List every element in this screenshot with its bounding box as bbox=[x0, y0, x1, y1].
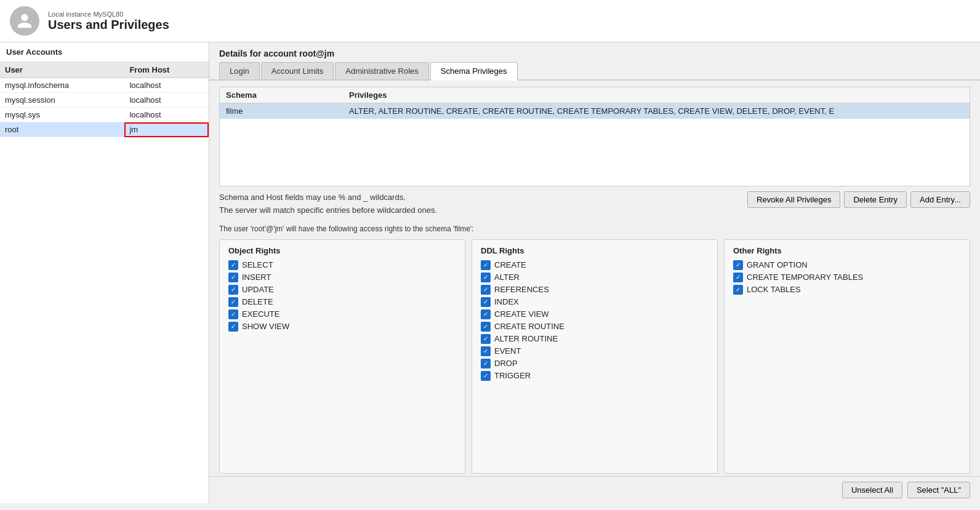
ddl-rights-items: ✓CREATE✓ALTER✓REFERENCES✓INDEX✓CREATE VI… bbox=[481, 260, 709, 381]
tab-schema[interactable]: Schema Privileges bbox=[430, 62, 518, 81]
user-table-row[interactable]: mysql.infoschemalocalhost bbox=[0, 78, 209, 93]
instance-label: Local instance MySQL80 bbox=[48, 10, 169, 18]
checkbox-label: SELECT bbox=[242, 260, 273, 269]
panel-header: Details for account root@jm bbox=[209, 42, 980, 58]
content-panel: Details for account root@jm LoginAccount… bbox=[209, 42, 980, 503]
checkbox-label: EVENT bbox=[494, 346, 521, 356]
checkbox-label: CREATE ROUTINE bbox=[494, 322, 564, 331]
checkbox-item[interactable]: ✓CREATE TEMPORARY TABLES bbox=[733, 273, 961, 282]
tab-admin[interactable]: Administrative Roles bbox=[335, 62, 429, 79]
checkbox-item[interactable]: ✓GRANT OPTION bbox=[733, 260, 961, 270]
object-rights-items: ✓SELECT✓INSERT✓UPDATE✓DELETE✓EXECUTE✓SHO… bbox=[228, 260, 456, 332]
checkbox-item[interactable]: ✓CREATE bbox=[481, 260, 709, 270]
checked-checkbox-icon: ✓ bbox=[481, 334, 491, 344]
checked-checkbox-icon: ✓ bbox=[481, 273, 491, 282]
checkbox-item[interactable]: ✓EXECUTE bbox=[228, 309, 456, 319]
checkbox-item[interactable]: ✓ALTER bbox=[481, 273, 709, 282]
checkbox-item[interactable]: ✓ALTER ROUTINE bbox=[481, 334, 709, 344]
col-user: User bbox=[0, 62, 124, 78]
tab-limits[interactable]: Account Limits bbox=[261, 62, 334, 79]
checkbox-item[interactable]: ✓DROP bbox=[481, 359, 709, 369]
user-cell: mysql.session bbox=[0, 93, 124, 108]
ddl-rights-title: DDL Rights bbox=[481, 246, 709, 255]
checkbox-item[interactable]: ✓CREATE VIEW bbox=[481, 309, 709, 319]
checkbox-item[interactable]: ✓LOCK TABLES bbox=[733, 285, 961, 295]
checked-checkbox-icon: ✓ bbox=[228, 322, 238, 332]
checked-checkbox-icon: ✓ bbox=[481, 309, 491, 319]
select-all-button[interactable]: Select "ALL" bbox=[907, 482, 970, 498]
checkbox-item[interactable]: ✓INSERT bbox=[228, 273, 456, 282]
header-text: Local instance MySQL80 Users and Privile… bbox=[48, 10, 169, 32]
checkbox-label: CREATE TEMPORARY TABLES bbox=[747, 273, 863, 282]
checkbox-label: LOCK TABLES bbox=[747, 285, 801, 294]
checkbox-item[interactable]: ✓UPDATE bbox=[228, 285, 456, 295]
user-accounts-table: User From Host mysql.infoschemalocalhost… bbox=[0, 62, 209, 137]
privileges-cell: ALTER, ALTER ROUTINE, CREATE, CREATE ROU… bbox=[343, 103, 970, 119]
user-cell: mysql.sys bbox=[0, 108, 124, 122]
other-rights-title: Other Rights bbox=[733, 246, 961, 255]
unselect-all-button[interactable]: Unselect All bbox=[842, 482, 902, 498]
hint-line-2: The server will match specific entries b… bbox=[219, 204, 437, 217]
schema-table-row[interactable]: filmeALTER, ALTER ROUTINE, CREATE, CREAT… bbox=[220, 103, 970, 119]
checkbox-label: SHOW VIEW bbox=[242, 322, 289, 331]
checked-checkbox-icon: ✓ bbox=[481, 346, 491, 356]
checkbox-label: CREATE bbox=[494, 260, 526, 269]
checkbox-label: GRANT OPTION bbox=[747, 260, 808, 269]
checkbox-label: ALTER ROUTINE bbox=[494, 334, 558, 343]
checkbox-label: INDEX bbox=[494, 297, 519, 306]
checkbox-item[interactable]: ✓INDEX bbox=[481, 297, 709, 307]
other-rights-items: ✓GRANT OPTION✓CREATE TEMPORARY TABLES✓LO… bbox=[733, 260, 961, 295]
user-cell: mysql.infoschema bbox=[0, 78, 124, 93]
checked-checkbox-icon: ✓ bbox=[228, 260, 238, 270]
hint-line-1: Schema and Host fields may use % and _ w… bbox=[219, 191, 437, 204]
user-table-row[interactable]: mysql.syslocalhost bbox=[0, 108, 209, 122]
user-table-row[interactable]: rootjm bbox=[0, 122, 209, 137]
hint-text: Schema and Host fields may use % and _ w… bbox=[219, 191, 437, 217]
checkbox-item[interactable]: ✓SELECT bbox=[228, 260, 456, 270]
checkbox-item[interactable]: ✓CREATE ROUTINE bbox=[481, 322, 709, 332]
checked-checkbox-icon: ✓ bbox=[228, 273, 238, 282]
schema-col-privileges: Privileges bbox=[343, 87, 970, 103]
checkbox-item[interactable]: ✓EVENT bbox=[481, 346, 709, 356]
sidebar: User Accounts User From Host mysql.infos… bbox=[0, 42, 209, 503]
tab-login[interactable]: Login bbox=[219, 62, 260, 79]
revoke-all-button[interactable]: Revoke All Privileges bbox=[747, 191, 840, 208]
checked-checkbox-icon: ✓ bbox=[481, 285, 491, 295]
checked-checkbox-icon: ✓ bbox=[481, 359, 491, 369]
checkbox-label: DROP bbox=[494, 359, 518, 368]
user-table-row[interactable]: mysql.sessionlocalhost bbox=[0, 93, 209, 108]
checkbox-label: DELETE bbox=[242, 297, 273, 306]
host-cell: localhost bbox=[124, 93, 209, 108]
checkbox-label: CREATE VIEW bbox=[494, 309, 549, 319]
schema-name-cell: filme bbox=[220, 103, 343, 119]
schema-table: Schema Privileges filmeALTER, ALTER ROUT… bbox=[220, 87, 970, 119]
col-host: From Host bbox=[124, 62, 209, 78]
hint-section: Schema and Host fields may use % and _ w… bbox=[209, 186, 980, 222]
checkbox-item[interactable]: ✓REFERENCES bbox=[481, 285, 709, 295]
checked-checkbox-icon: ✓ bbox=[228, 309, 238, 319]
checkbox-label: EXECUTE bbox=[242, 309, 279, 319]
rights-section: Object Rights ✓SELECT✓INSERT✓UPDATE✓DELE… bbox=[209, 237, 980, 476]
checkbox-label: ALTER bbox=[494, 273, 520, 282]
checked-checkbox-icon: ✓ bbox=[733, 273, 743, 282]
schema-table-container[interactable]: Schema Privileges filmeALTER, ALTER ROUT… bbox=[220, 87, 970, 186]
add-entry-button[interactable]: Add Entry... bbox=[910, 191, 970, 208]
checked-checkbox-icon: ✓ bbox=[733, 285, 743, 295]
page-title: Users and Privileges bbox=[48, 18, 169, 32]
header: Local instance MySQL80 Users and Privile… bbox=[0, 0, 980, 42]
delete-entry-button[interactable]: Delete Entry bbox=[844, 191, 907, 208]
schema-section: Schema Privileges filmeALTER, ALTER ROUT… bbox=[219, 87, 970, 186]
main-layout: User Accounts User From Host mysql.infos… bbox=[0, 42, 980, 503]
checkbox-item[interactable]: ✓TRIGGER bbox=[481, 371, 709, 381]
checkbox-item[interactable]: ✓DELETE bbox=[228, 297, 456, 307]
checked-checkbox-icon: ✓ bbox=[481, 371, 491, 381]
ddl-rights-box: DDL Rights ✓CREATE✓ALTER✓REFERENCES✓INDE… bbox=[472, 239, 718, 474]
access-info: The user 'root'@'jm' will have the follo… bbox=[209, 222, 980, 237]
object-rights-title: Object Rights bbox=[228, 246, 456, 255]
tabs: LoginAccount LimitsAdministrative RolesS… bbox=[209, 58, 980, 81]
checkbox-item[interactable]: ✓SHOW VIEW bbox=[228, 322, 456, 332]
checkbox-label: TRIGGER bbox=[494, 371, 531, 380]
checked-checkbox-icon: ✓ bbox=[481, 260, 491, 270]
checked-checkbox-icon: ✓ bbox=[481, 297, 491, 307]
sidebar-label: User Accounts bbox=[0, 42, 209, 62]
